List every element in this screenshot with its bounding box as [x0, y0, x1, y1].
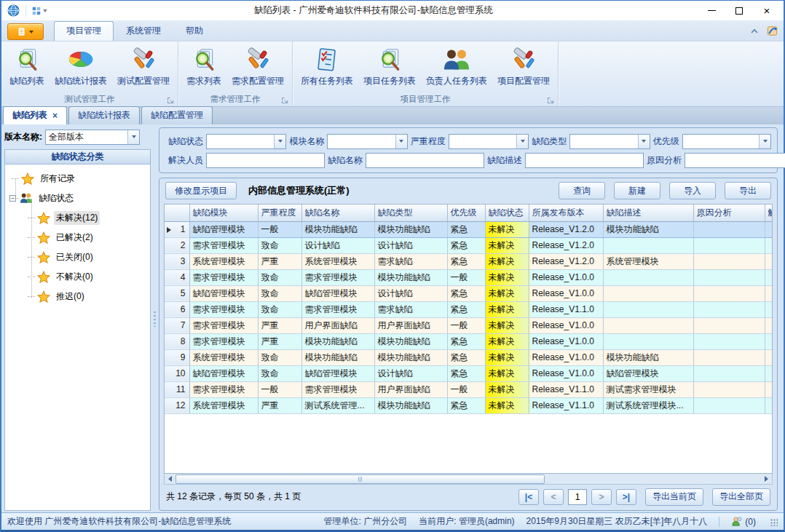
document-tab[interactable]: 缺陷配置管理 [141, 106, 213, 124]
scrollbar-track[interactable] [175, 475, 761, 484]
table-cell[interactable] [765, 317, 773, 333]
table-cell[interactable]: 需求缺陷 [374, 253, 447, 269]
column-header[interactable]: 原因分析 [693, 205, 765, 221]
table-cell[interactable]: 紧急 [447, 365, 485, 381]
table-cell[interactable]: 一般 [447, 381, 485, 397]
table-cell[interactable]: 一般 [258, 381, 301, 397]
table-cell[interactable] [765, 253, 773, 269]
export-all-pages-button[interactable]: 导出全部页 [712, 488, 770, 506]
dialog-launcher-icon[interactable] [547, 97, 554, 104]
filter-input[interactable] [366, 153, 484, 168]
quick-access-toolbar[interactable] [29, 5, 50, 17]
last-page-button[interactable]: >| [616, 489, 636, 505]
toolbar-action-button[interactable]: 导入 [669, 182, 716, 199]
column-header[interactable]: 缺陷类型 [374, 205, 447, 221]
chevron-down-icon[interactable] [127, 130, 139, 144]
table-cell[interactable] [765, 397, 773, 413]
table-cell[interactable]: Release_V1.2.0 [529, 221, 603, 237]
column-header[interactable]: 缺陷模块 [189, 205, 258, 221]
column-header[interactable]: 缺陷描述 [603, 205, 693, 221]
table-cell[interactable]: Release_V1.1.0 [529, 397, 603, 413]
table-cell[interactable]: 严重 [258, 397, 301, 413]
table-cell[interactable]: Release_V1.0.0 [529, 317, 603, 333]
table-cell[interactable] [693, 397, 765, 413]
previous-page-button[interactable]: < [543, 489, 564, 505]
scroll-right-button[interactable] [761, 475, 772, 484]
table-cell[interactable]: 需求缺陷 [374, 301, 447, 317]
document-tab[interactable]: 缺陷列表× [3, 106, 67, 124]
table-cell[interactable] [603, 333, 693, 349]
chevron-down-icon[interactable] [638, 135, 650, 148]
filter-combo[interactable] [206, 134, 286, 149]
table-cell[interactable]: 测试系统管理... [301, 397, 374, 413]
table-cell[interactable] [765, 221, 773, 237]
column-header[interactable]: 解决 [765, 205, 773, 221]
table-cell[interactable] [693, 253, 765, 269]
tree-item[interactable]: 未解决(12) [5, 208, 150, 228]
table-cell[interactable]: 需求管理模块 [301, 269, 374, 285]
ribbon-button[interactable]: 需求配置管理 [226, 44, 289, 93]
table-cell[interactable]: 紧急 [447, 301, 485, 317]
table-cell[interactable]: 设计缺陷 [374, 237, 447, 253]
column-header[interactable]: 缺陷状态 [485, 205, 529, 221]
scrollbar-thumb[interactable] [175, 475, 545, 484]
row-header[interactable]: 3 [165, 253, 189, 269]
table-cell[interactable] [693, 317, 765, 333]
table-cell[interactable]: 需求管理模块 [189, 333, 258, 349]
table-cell[interactable]: 严重 [258, 317, 301, 333]
table-row[interactable]: 1缺陷管理模块一般模块功能缺陷模块功能缺陷紧急未解决Release_V1.2.0… [165, 221, 773, 237]
table-cell[interactable]: 致命 [258, 349, 301, 365]
table-cell[interactable]: 模块功能缺陷 [301, 333, 374, 349]
ribbon-button[interactable]: 需求列表 [181, 44, 226, 93]
table-cell[interactable]: 未解决 [485, 349, 529, 365]
first-page-button[interactable]: |< [518, 489, 539, 505]
table-cell[interactable]: 需求管理模块 [189, 237, 258, 253]
table-cell[interactable]: Release_V1.1.0 [529, 381, 603, 397]
table-cell[interactable]: 模块功能缺陷 [301, 221, 374, 237]
row-header[interactable]: 10 [165, 365, 189, 381]
table-row[interactable]: 8需求管理模块严重模块功能缺陷模块功能缺陷紧急未解决Release_V1.0.0 [165, 333, 773, 349]
table-cell[interactable] [693, 349, 765, 365]
table-cell[interactable]: 未解决 [485, 365, 529, 381]
row-header[interactable]: 2 [165, 237, 189, 253]
table-cell[interactable] [765, 333, 773, 349]
table-cell[interactable]: 未解决 [485, 285, 529, 301]
table-cell[interactable] [765, 301, 773, 317]
table-cell[interactable]: 用户界面缺陷 [374, 317, 447, 333]
filter-input[interactable] [685, 153, 785, 168]
table-cell[interactable]: 致命 [258, 237, 301, 253]
table-cell[interactable]: 未解决 [485, 237, 529, 253]
table-cell[interactable] [693, 221, 765, 237]
table-cell[interactable] [693, 365, 765, 381]
table-cell[interactable]: Release_V1.2.0 [529, 237, 603, 253]
table-cell[interactable] [693, 381, 765, 397]
page-number-input[interactable] [568, 489, 587, 505]
table-cell[interactable]: 紧急 [447, 253, 485, 269]
table-cell[interactable]: 模块功能缺陷 [374, 269, 447, 285]
maximize-button[interactable] [725, 2, 753, 20]
table-cell[interactable]: Release_V1.0.0 [529, 365, 603, 381]
table-cell[interactable]: 系统管理模块 [189, 349, 258, 365]
table-cell[interactable]: 紧急 [447, 397, 485, 413]
application-menu-button[interactable] [7, 23, 44, 40]
table-cell[interactable] [693, 301, 765, 317]
chevron-down-icon[interactable] [395, 135, 407, 148]
table-row[interactable]: 7需求管理模块严重用户界面缺陷用户界面缺陷一般未解决Release_V1.0.0 [165, 317, 773, 333]
resize-grip[interactable] [770, 519, 778, 526]
table-row[interactable]: 5缺陷管理模块致命缺陷管理模块设计缺陷紧急未解决Release_V1.0.0 [165, 285, 773, 301]
table-cell[interactable]: 系统管理模块 [189, 253, 258, 269]
filter-combo[interactable] [569, 134, 650, 149]
horizontal-scrollbar[interactable] [164, 474, 773, 485]
table-cell[interactable] [693, 269, 765, 285]
table-cell[interactable]: 模块功能缺陷 [374, 333, 447, 349]
table-cell[interactable]: 模块功能缺陷 [603, 221, 693, 237]
table-cell[interactable]: 模块功能缺陷 [301, 349, 374, 365]
version-select[interactable]: 全部版本 [45, 130, 140, 145]
table-cell[interactable] [603, 237, 693, 253]
table-cell[interactable]: 设计缺陷 [301, 237, 374, 253]
toolbar-action-button[interactable]: 导出 [725, 182, 771, 199]
filter-combo[interactable] [327, 134, 407, 149]
table-cell[interactable]: 未解决 [485, 253, 529, 269]
table-row[interactable]: 4需求管理模块致命需求管理模块模块功能缺陷一般未解决Release_V1.0.0 [165, 269, 773, 285]
row-header[interactable]: 4 [165, 269, 189, 285]
